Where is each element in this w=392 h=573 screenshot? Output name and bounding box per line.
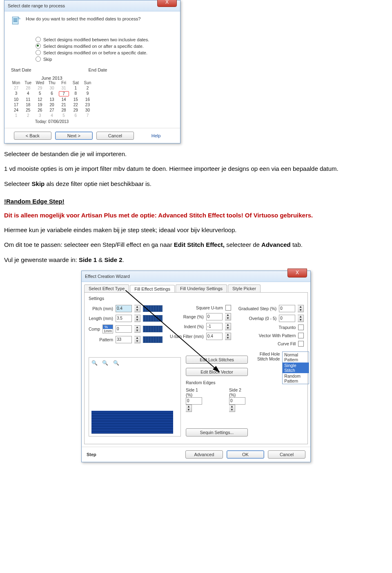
text: selecteer de xyxy=(225,241,261,248)
uturn-filter-input[interactable]: 0.4 xyxy=(206,333,223,340)
cancel-button[interactable]: Cancel xyxy=(268,450,305,459)
pattern-label: Pattern xyxy=(89,337,113,342)
uturn-filter-label: U-turn Filter (mm) xyxy=(170,334,204,339)
spinner-icon[interactable]: ▲▼ xyxy=(186,405,192,412)
text: tab. xyxy=(291,241,303,248)
preview-box: 🔍 🔍 🔍 xyxy=(89,357,181,436)
ok-button[interactable]: OK xyxy=(227,450,264,459)
calendar[interactable]: June 2013 MonTueWedThuFriSatSun272829303… xyxy=(11,76,93,124)
start-date-label: Start Date xyxy=(11,67,31,72)
comp-unit-mm[interactable]: 1mm xyxy=(103,329,113,333)
tab-style-picker[interactable]: Style Picker xyxy=(228,284,261,292)
indent-input[interactable]: -1 xyxy=(206,323,223,330)
stitch-preview xyxy=(91,411,173,434)
next-button[interactable]: Next > xyxy=(55,132,93,140)
tab-select-effect[interactable]: Select Effect Type xyxy=(84,284,129,292)
side2-label: Side 2 (%) xyxy=(229,387,241,397)
comp-label: Comp xyxy=(89,327,100,331)
filled-hole-mode-list[interactable]: Normal Pattern Single Stitch Random Patt… xyxy=(282,351,309,384)
pattern-swatch xyxy=(143,315,163,322)
random-edges-label: Random Edges xyxy=(186,380,248,385)
text: & xyxy=(97,256,104,263)
comp-unit-percent[interactable]: % xyxy=(103,325,113,329)
close-button[interactable]: X xyxy=(157,0,177,7)
back-button[interactable]: < Back xyxy=(14,132,51,140)
settings-group-label: Settings xyxy=(89,296,303,301)
spinner-icon[interactable]: ▲▼ xyxy=(134,315,140,322)
list-item[interactable]: Single Stitch xyxy=(283,363,309,373)
length-input[interactable]: 3.5 xyxy=(116,315,132,322)
trapunto-checkbox[interactable] xyxy=(298,325,304,330)
curve-fill-checkbox[interactable] xyxy=(298,341,304,347)
spinner-icon[interactable]: ▲▼ xyxy=(229,405,235,412)
edit-lock-stitches-button[interactable]: Edit Lock Stitches xyxy=(186,356,248,364)
dialog-question: How do you want to select the modified d… xyxy=(26,16,140,26)
square-uturn-label: Square U-turn xyxy=(170,305,223,310)
text-bold: Side 1 xyxy=(79,256,97,263)
pitch-input[interactable]: 0.4 xyxy=(116,305,132,312)
zoom-icons[interactable]: 🔍 🔍 🔍 xyxy=(91,360,121,366)
vector-pattern-checkbox[interactable] xyxy=(298,333,304,338)
dialog-title: Effect Creation Wizard xyxy=(85,271,130,282)
option-on-before[interactable]: Select designs modified on or before a s… xyxy=(36,50,174,55)
overlap-label: Overlap (0 - 5) xyxy=(238,316,276,321)
paragraph: Om dit toe te passen: selecteer een Step… xyxy=(4,241,388,249)
spinner-icon[interactable]: ▲▼ xyxy=(134,336,140,343)
paragraph: Hiermee kun je variabele eindes maken bi… xyxy=(4,226,388,234)
side1-label: Side 1 (%) xyxy=(186,387,198,397)
svg-rect-4 xyxy=(13,21,18,22)
spinner-icon[interactable]: ▲▼ xyxy=(134,325,140,333)
edit-block-vector-button[interactable]: Edit Block Vector xyxy=(186,368,248,376)
text-bold: Edit Stitch Effect, xyxy=(174,241,225,248)
sequin-settings-button[interactable]: Sequin Settings... xyxy=(186,428,248,436)
pitch-label: Pitch (mm) xyxy=(89,306,113,311)
end-date-label: End Date xyxy=(89,67,107,72)
spinner-icon[interactable]: ▲▼ xyxy=(298,305,304,312)
radio-icon xyxy=(36,50,41,55)
cancel-button[interactable]: Cancel xyxy=(96,132,134,140)
radio-icon xyxy=(36,37,41,42)
help-button[interactable]: Help xyxy=(138,132,174,139)
svg-rect-2 xyxy=(13,18,18,19)
square-uturn-checkbox[interactable] xyxy=(225,305,231,311)
pattern-swatch xyxy=(143,305,163,312)
spinner-icon[interactable]: ▲▼ xyxy=(134,305,140,312)
spinner-icon[interactable]: ▲▼ xyxy=(225,333,231,340)
list-item[interactable]: Normal Pattern xyxy=(283,352,309,363)
option-label: Select designs modified on or after a sp… xyxy=(43,44,144,49)
list-item[interactable]: Random Pattern xyxy=(283,373,309,384)
text: Vul je gewenste waarde in: xyxy=(4,256,79,263)
calendar-today[interactable]: Today: 07/06/2013 xyxy=(11,119,93,124)
spinner-icon[interactable]: ▲▼ xyxy=(298,315,304,322)
effect-wizard-dialog: X Effect Creation Wizard Select Effect T… xyxy=(81,271,311,462)
svg-marker-1 xyxy=(18,17,20,19)
paragraph: 1 vd mooiste opties is om je import filt… xyxy=(4,165,388,173)
overlap-input[interactable]: 0 xyxy=(279,315,295,322)
option-label: Skip xyxy=(43,57,52,62)
tab-fill-settings[interactable]: Fill Effect Settings xyxy=(130,285,175,293)
text-bold: Side 2 xyxy=(104,256,122,263)
effect-name: Step xyxy=(87,452,96,457)
close-button[interactable]: X xyxy=(287,269,307,278)
option-on-after[interactable]: Select designs modified on or after a sp… xyxy=(36,43,174,49)
side1-input[interactable]: 0 xyxy=(186,397,202,405)
pattern-input[interactable]: 33 xyxy=(116,336,132,343)
section-heading: !Random Edge Step! xyxy=(4,198,388,205)
option-label: Select designs modified between two incl… xyxy=(43,37,149,42)
range-input[interactable]: 0 xyxy=(206,313,223,320)
text: . xyxy=(122,256,124,263)
warning-text: Dit is alleen mogelijk voor Artisan Plus… xyxy=(4,211,388,219)
advanced-button[interactable]: Advanced xyxy=(185,450,223,459)
curve-fill-label: Curve Fill xyxy=(238,341,296,346)
text: Om dit toe te passen: selecteer een Step… xyxy=(4,241,174,248)
grad-step-input[interactable]: 0 xyxy=(279,305,295,312)
spinner-icon[interactable]: ▲▼ xyxy=(225,323,231,330)
comp-input[interactable]: 0 xyxy=(116,325,132,333)
side2-input[interactable]: 0 xyxy=(229,397,245,405)
radio-icon xyxy=(36,56,41,62)
option-skip[interactable]: Skip xyxy=(36,56,174,62)
spinner-icon[interactable]: ▲▼ xyxy=(225,313,231,320)
filled-hole-mode-label: Filled Hole Stitch Mode xyxy=(253,351,280,361)
tab-underlay[interactable]: Fill Underlay Settings xyxy=(176,284,227,292)
option-between-dates[interactable]: Select designs modified between two incl… xyxy=(36,37,174,42)
